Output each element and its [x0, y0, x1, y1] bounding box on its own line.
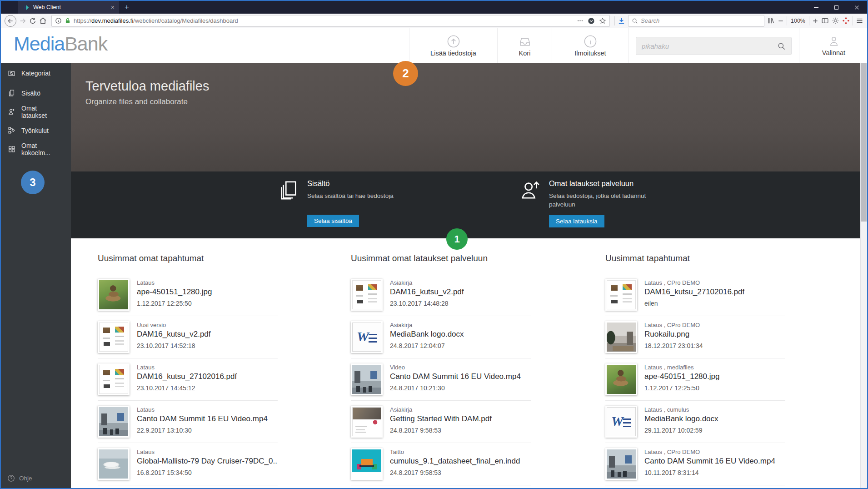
item-filename[interactable]: MediaBank logo.docx	[644, 414, 718, 423]
quick-search[interactable]	[636, 37, 792, 55]
extension-icon[interactable]	[842, 17, 850, 25]
list-item[interactable]: Lataus Global-Mallisto-79 Day Cruiser-79…	[98, 443, 278, 485]
file-thumbnail[interactable]	[351, 363, 383, 395]
file-thumbnail[interactable]	[605, 279, 637, 311]
file-thumbnail[interactable]	[605, 406, 637, 438]
list-item[interactable]: Uusi versio DAM16_kutsu_v2.pdf 23.10.201…	[98, 316, 278, 358]
maximize-button[interactable]	[826, 1, 847, 14]
zoom-in-button[interactable]	[812, 18, 818, 24]
toolbar-divider	[809, 16, 809, 25]
item-filename[interactable]: ape-450151_1280.jpg	[644, 372, 719, 381]
sidebar-item-kategoriat[interactable]: Kategoriat	[1, 64, 71, 82]
thumbnail-image	[352, 280, 381, 309]
item-meta: Video Canto DAM Summit 16 EU Video.mp4 2…	[390, 363, 521, 395]
file-thumbnail[interactable]	[351, 321, 383, 353]
secure-lock-icon[interactable]	[65, 18, 71, 24]
nav-options[interactable]: Valinnat	[799, 28, 868, 63]
column-title: Uusimmat tapahtumat	[605, 253, 785, 263]
page-actions-icon[interactable]	[577, 17, 584, 24]
back-button[interactable]	[5, 15, 16, 27]
sidebar-item-sisalto[interactable]: Sisältö	[1, 84, 71, 102]
item-filename[interactable]: Global-Mallisto-79 Day Cruiser-79DC_0...	[137, 457, 278, 466]
file-thumbnail[interactable]	[98, 448, 130, 480]
menu-hamburger-icon[interactable]	[856, 17, 863, 25]
item-filename[interactable]: Canto DAM Summit 16 EU Video.mp4	[644, 457, 775, 466]
item-type-label: Lataus	[137, 449, 278, 455]
item-filename[interactable]: DAM16_kutsu_v2.pdf	[390, 287, 464, 297]
sidebar-item-omat-lataukset[interactable]: Omat lataukset	[1, 102, 71, 121]
file-thumbnail[interactable]	[98, 363, 130, 395]
sidebar-toggle-button[interactable]	[821, 17, 829, 25]
sidebar-item-omat-kokoelmat[interactable]: Omat kokoelm...	[1, 140, 71, 158]
item-filename[interactable]: Canto DAM Summit 16 EU Video.mp4	[390, 372, 521, 381]
zoom-level[interactable]: 100%	[790, 18, 806, 24]
file-thumbnail[interactable]	[605, 448, 637, 480]
maximize-icon	[834, 5, 838, 10]
file-thumbnail[interactable]	[605, 321, 637, 353]
settings-gear-icon[interactable]	[832, 17, 839, 25]
list-item[interactable]: Lataus , CPro DEMO DAM16_kutsu_27102016.…	[605, 274, 785, 316]
nav-basket[interactable]: Kori	[497, 28, 552, 63]
item-filename[interactable]: cumulus_9.1_datasheet_final_en.indd	[390, 457, 520, 466]
refresh-button[interactable]	[29, 17, 36, 25]
bookmark-star-icon[interactable]	[599, 17, 606, 25]
browser-search[interactable]	[628, 15, 764, 27]
home-button[interactable]	[39, 17, 47, 25]
item-date: 24.8.2017 10:21:30	[390, 384, 521, 392]
item-filename[interactable]: ape-450151_1280.jpg	[137, 287, 212, 297]
scrollbar-thumb[interactable]	[861, 63, 867, 222]
item-filename[interactable]: DAM16_kutsu_27102016.pdf	[644, 287, 744, 297]
browse-uploads-button[interactable]: Selaa latauksia	[549, 215, 604, 227]
list-item[interactable]: Lataus , CPro DEMO Canto DAM Summit 16 E…	[605, 443, 785, 485]
list-item[interactable]: Lataus Canto DAM Summit 16 EU Video.mp4 …	[98, 401, 278, 443]
nav-notifications[interactable]: Ilmoitukset	[552, 28, 629, 63]
list-item[interactable]: Video Canto DAM Summit 16 EU Video.mp4 2…	[351, 358, 531, 401]
item-filename[interactable]: DAM16_kutsu_27102016.pdf	[137, 372, 237, 381]
tab-title: Web Client	[33, 4, 107, 10]
annotation-badge-3: 3	[21, 171, 45, 194]
library-button[interactable]	[767, 17, 775, 25]
list-item[interactable]: Lataus , CPro DEMO Ruokailu.png 18.12.20…	[605, 316, 785, 358]
list-item[interactable]: Taitto cumulus_9.1_datasheet_final_en.in…	[351, 443, 531, 485]
quick-search-input[interactable]	[642, 42, 773, 50]
page-info-icon[interactable]	[55, 17, 62, 24]
minimize-button[interactable]	[806, 1, 826, 14]
list-item[interactable]: Lataus , mediafiles ape-450151_1280.jpg …	[605, 358, 785, 401]
mediabank-logo[interactable]: MediaBank	[14, 33, 107, 55]
list-item[interactable]: Asiakirja MediaBank logo.docx 24.8.2017 …	[351, 316, 531, 358]
tab-close-icon[interactable]: ×	[111, 4, 115, 10]
item-filename[interactable]: DAM16_kutsu_v2.pdf	[137, 330, 211, 339]
item-filename[interactable]: MediaBank logo.docx	[390, 330, 464, 339]
page-scrollbar[interactable]	[860, 63, 867, 488]
close-button[interactable]	[847, 1, 867, 14]
file-thumbnail[interactable]	[98, 321, 130, 353]
downloads-button[interactable]	[618, 17, 625, 25]
file-thumbnail[interactable]	[351, 406, 383, 438]
sidebar-item-tyonkulut[interactable]: Työnkulut	[1, 121, 71, 140]
file-thumbnail[interactable]	[98, 279, 130, 311]
file-thumbnail[interactable]	[351, 279, 383, 311]
browser-search-input[interactable]	[641, 17, 761, 24]
file-thumbnail[interactable]	[351, 448, 383, 480]
forward-button[interactable]	[19, 17, 26, 25]
item-filename[interactable]: Ruokailu.png	[644, 330, 703, 339]
zoom-out-button[interactable]	[778, 18, 784, 24]
item-filename[interactable]: Getting Started With DAM.pdf	[390, 414, 492, 423]
new-tab-button[interactable]: +	[119, 1, 135, 14]
browser-tab[interactable]: Web Client ×	[18, 1, 119, 14]
nav-add-files[interactable]: Lisää tiedostoja	[409, 28, 497, 63]
list-item[interactable]: Lataus ape-450151_1280.jpg 1.12.2017 12:…	[98, 274, 278, 316]
list-item[interactable]: Asiakirja DAM16_kutsu_v2.pdf 23.10.2017 …	[351, 274, 531, 316]
file-thumbnail[interactable]	[605, 363, 637, 395]
item-filename[interactable]: Canto DAM Summit 16 EU Video.mp4	[137, 414, 268, 423]
browse-content-button[interactable]: Selaa sisältöä	[307, 215, 359, 227]
list-item[interactable]: Lataus DAM16_kutsu_27102016.pdf 23.10.20…	[98, 358, 278, 401]
url-text: https://dev.mediafiles.fi/webclient/cata…	[74, 17, 574, 24]
url-bar[interactable]: https://dev.mediafiles.fi/webclient/cata…	[51, 15, 610, 27]
help-link[interactable]: Ohje	[7, 474, 32, 482]
file-thumbnail[interactable]	[98, 406, 130, 438]
list-item[interactable]: Asiakirja Getting Started With DAM.pdf 2…	[351, 401, 531, 443]
list-item[interactable]: Lataus , cumulus MediaBank logo.docx 29.…	[605, 401, 785, 443]
quick-search-icon[interactable]	[777, 42, 786, 50]
pocket-icon[interactable]	[588, 17, 595, 25]
